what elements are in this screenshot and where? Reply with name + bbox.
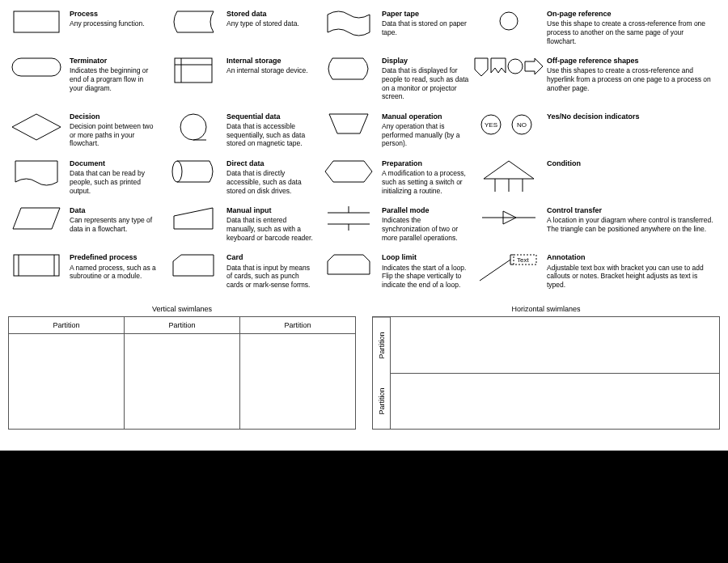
horizontal-swimlanes: Horizontal swimlanes Partition Partition bbox=[372, 305, 720, 430]
offpage-ref-entry: Off-page reference shapesUse this shapes… bbox=[471, 53, 715, 104]
annotation-desc: Adjustable text box with bracket you can… bbox=[547, 264, 704, 289]
annotation-title: Annotation bbox=[547, 253, 713, 262]
direct-data-shape-icon bbox=[169, 159, 218, 184]
svg-point-6 bbox=[508, 59, 523, 74]
manual-operation-shape-icon bbox=[326, 112, 371, 135]
direct-data-entry: Direct dataData that is directly accessi… bbox=[160, 156, 315, 198]
document-desc: Data that can be read by people, such as… bbox=[70, 169, 145, 194]
display-title: Display bbox=[382, 57, 469, 66]
data-title: Data bbox=[70, 206, 159, 215]
data-shape-icon bbox=[11, 206, 61, 231]
terminator-shape-icon bbox=[11, 57, 62, 78]
document-title: Document bbox=[70, 159, 159, 168]
partition-label: Partition bbox=[373, 374, 390, 430]
yes-label: YES bbox=[485, 121, 497, 129]
horizontal-swimlanes-diagram: Partition Partition bbox=[372, 316, 720, 430]
annotation-entry: Text AnnotationAdjustable text box with … bbox=[471, 250, 715, 292]
predefined-process-shape-icon bbox=[12, 253, 61, 277]
predefined-process-entry: Predefined processA named process, such … bbox=[3, 250, 160, 292]
control-desc: A location in your diagram where control… bbox=[547, 216, 713, 233]
stored-data-entry: Stored dataAny type of stored data. bbox=[160, 6, 315, 49]
parallel-mode-entry: Parallel modeIndicates the synchronizati… bbox=[315, 203, 471, 245]
loop-limit-shape-icon bbox=[326, 253, 371, 276]
document-shape-icon bbox=[12, 159, 61, 188]
yesno-shapes-icon: YES NO bbox=[476, 112, 541, 137]
svg-rect-2 bbox=[12, 58, 61, 76]
svg-point-7 bbox=[180, 114, 206, 140]
sequential-data-shape-icon bbox=[177, 112, 210, 145]
display-shape-icon bbox=[323, 57, 375, 81]
internal-title: Internal storage bbox=[226, 57, 308, 66]
direct-desc: Data that is directly accessible, such a… bbox=[226, 169, 302, 194]
svg-rect-3 bbox=[175, 58, 212, 83]
onpage-desc: Use this shape to create a cross-referen… bbox=[547, 19, 705, 44]
direct-title: Direct data bbox=[226, 159, 314, 168]
data-entry: DataCan represents any type of data in a… bbox=[3, 203, 160, 245]
condition-entry: Condition bbox=[471, 156, 715, 198]
decision-desc: Decision point between two or more paths… bbox=[70, 122, 153, 147]
svg-rect-0 bbox=[14, 11, 59, 32]
internal-storage-entry: Internal storageAn internal storage devi… bbox=[160, 53, 315, 104]
onpage-title: On-page reference bbox=[547, 10, 713, 19]
vertical-swimlanes-diagram: Partition Partition Partition bbox=[8, 316, 356, 430]
partition-label: Partition bbox=[125, 317, 239, 334]
preparation-entry: PreparationA modification to a process, … bbox=[315, 156, 471, 198]
vertical-swimlanes: Vertical swimlanes Partition Partition P… bbox=[8, 305, 356, 430]
svg-point-1 bbox=[500, 12, 518, 30]
yesno-entry: YES NO Yes/No decision indicators bbox=[471, 109, 715, 151]
internal-storage-shape-icon bbox=[173, 57, 214, 84]
offpage-ref-shapes-icon bbox=[473, 57, 544, 81]
process-desc: Any processing function. bbox=[70, 19, 145, 28]
manual-input-shape-icon bbox=[171, 206, 216, 231]
offpage-desc: Use this shapes to create a cross-refere… bbox=[547, 66, 711, 91]
stored-data-shape-icon bbox=[169, 10, 218, 34]
manual-operation-entry: Manual operationAny operation that is pe… bbox=[315, 109, 471, 151]
display-desc: Data that is displayed for people to rea… bbox=[382, 66, 468, 100]
looplimit-desc: Indicates the start of a loop. Flip the … bbox=[382, 264, 466, 289]
sequential-desc: Data that is accessible sequentially, su… bbox=[226, 122, 305, 147]
stored-title: Stored data bbox=[226, 10, 299, 19]
manualinput-desc: Data that is entered manually, such as w… bbox=[226, 216, 313, 241]
control-transfer-shape-icon bbox=[480, 206, 537, 229]
paper-tape-shape-icon bbox=[324, 10, 373, 37]
manual-input-entry: Manual inputData that is entered manuall… bbox=[160, 203, 315, 245]
papertape-desc: Data that is stored on paper tape. bbox=[382, 19, 467, 36]
partition-label: Partition bbox=[9, 317, 124, 334]
svg-line-23 bbox=[480, 260, 510, 281]
onpage-ref-shape-icon bbox=[497, 10, 520, 32]
document-entry: DocumentData that can be read by people,… bbox=[3, 156, 160, 198]
manualinput-title: Manual input bbox=[226, 206, 314, 215]
stored-desc: Any type of stored data. bbox=[226, 19, 299, 28]
papertape-title: Paper tape bbox=[382, 10, 469, 19]
vertical-swimlanes-title: Vertical swimlanes bbox=[8, 305, 356, 313]
terminator-entry: TerminatorIndicates the beginning or end… bbox=[3, 53, 160, 104]
display-entry: DisplayData that is displayed for people… bbox=[315, 53, 471, 104]
footer-black-bar bbox=[0, 451, 728, 563]
condition-shape-icon bbox=[480, 159, 537, 195]
no-label: NO bbox=[517, 121, 527, 129]
partition-label: Partition bbox=[373, 317, 390, 374]
parallel-desc: Indicates the synchronization of two or … bbox=[382, 216, 458, 241]
parallel-mode-shape-icon bbox=[324, 206, 373, 231]
control-transfer-entry: Control transferA location in your diagr… bbox=[471, 203, 715, 245]
preparation-title: Preparation bbox=[382, 159, 469, 168]
manualop-title: Manual operation bbox=[382, 112, 469, 121]
offpage-title: Off-page reference shapes bbox=[547, 57, 713, 66]
horizontal-swimlanes-title: Horizontal swimlanes bbox=[372, 305, 720, 313]
predefined-desc: A named process, such as a subroutine or… bbox=[70, 264, 156, 281]
card-shape-icon bbox=[171, 253, 215, 277]
yesno-title: Yes/No decision indicators bbox=[547, 112, 640, 121]
control-title: Control transfer bbox=[547, 206, 713, 215]
annotation-shape-icon: Text bbox=[478, 253, 540, 282]
terminator-desc: Indicates the beginning or end of a prog… bbox=[70, 66, 148, 91]
internal-desc: An internal storage device. bbox=[226, 66, 308, 74]
parallel-title: Parallel mode bbox=[382, 206, 469, 215]
data-desc: Can represents any type of data in a flo… bbox=[70, 216, 152, 233]
decision-title: Decision bbox=[70, 112, 159, 121]
svg-rect-20 bbox=[14, 255, 59, 276]
card-title: Card bbox=[226, 253, 314, 262]
shapes-grid: ProcessAny processing function. Stored d… bbox=[0, 0, 728, 297]
swimlanes-section: Vertical swimlanes Partition Partition P… bbox=[0, 302, 728, 433]
flowchart-shapes-reference: ProcessAny processing function. Stored d… bbox=[0, 0, 728, 451]
svg-point-11 bbox=[172, 161, 182, 182]
